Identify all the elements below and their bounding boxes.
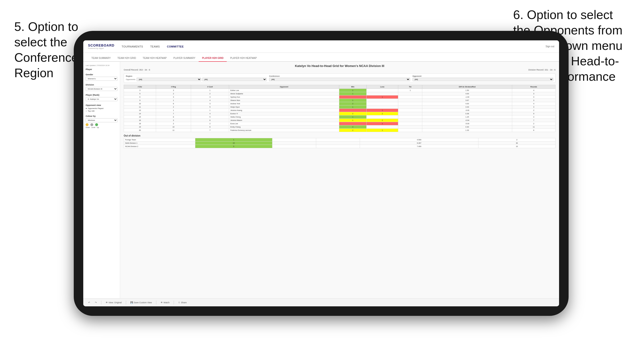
cell-win: 2 — [339, 102, 366, 105]
cell-conf: 1 — [191, 89, 229, 92]
filter-conference-label: Conference — [269, 75, 410, 77]
cell-loss — [366, 125, 398, 129]
sidebar-division-select[interactable]: NCAA Division III — [86, 87, 118, 91]
cell-opponent: Emily Chang — [229, 125, 339, 129]
cell-win: 4 — [339, 125, 366, 129]
redo-btn[interactable]: ↷ — [94, 301, 98, 304]
cell-rounds: 11 — [512, 125, 556, 129]
cell-loss: 1 — [366, 109, 398, 112]
cell-tie: 1 — [398, 89, 422, 92]
table-header-row: # Div # Reg # Conf Opponent Win Loss Tie… — [124, 85, 556, 89]
cell-tie — [398, 115, 422, 119]
cell-loss — [366, 89, 398, 92]
cell-win — [339, 95, 366, 99]
ood-cell-opponent: Foreign Team — [124, 138, 195, 142]
cell-reg: 3 — [156, 119, 191, 122]
cell-div: 15 — [124, 115, 156, 119]
sidebar-colour-select[interactable]: Win/loss — [86, 118, 118, 122]
undo-btn[interactable]: ↶ — [87, 301, 92, 304]
ood-table-row: NCAA Division 2 5 7.400 10 — [124, 145, 556, 148]
cell-opponent: Heejo Hyun — [229, 105, 339, 109]
share-btn[interactable]: ⇧ Share — [177, 301, 188, 304]
table-row: 9 1 4 Sharon Mun 1 3.67 3 — [124, 99, 556, 102]
watch-btn[interactable]: 👁 Watch — [159, 301, 171, 304]
th-diff: Diff Av Strokes/Rnd — [422, 85, 512, 89]
region-select[interactable]: (All) — [202, 78, 267, 81]
sidebar-player-rank-label: Player (Rank) — [86, 94, 118, 96]
save-custom-btn[interactable]: 💾 Save Custom View — [129, 301, 153, 304]
sidebar-player-rank-select[interactable]: 8. Katelyn Vo — [86, 97, 118, 101]
cell-diff: -0.94 — [422, 119, 512, 122]
sub-nav-team-h2h-heatmap[interactable]: TEAM H2H HEATMAP — [140, 55, 170, 62]
cell-rounds: 2 — [512, 122, 556, 125]
cell-rounds: 2 — [512, 109, 556, 112]
cell-tie — [398, 119, 422, 122]
cell-conf: 6 — [191, 119, 229, 122]
ood-cell-rounds: 30 — [478, 142, 556, 145]
cell-win: 1 — [339, 105, 366, 109]
cell-conf: 5 — [191, 105, 229, 109]
cell-tie — [398, 102, 422, 105]
sidebar-top100-radio[interactable]: ○ Top 100 — [86, 110, 118, 112]
app-container: SCOREBOARD Powered by clippd TOURNAMENTS… — [83, 40, 559, 306]
toolbar-sep-4 — [174, 301, 174, 305]
ood-cell-tie — [316, 138, 360, 142]
sub-nav-player-h2h-heatmap[interactable]: PLAYER H2H HEATMAP — [227, 55, 260, 62]
cell-div: 5 — [124, 92, 156, 95]
cell-reg: 11 — [156, 129, 191, 132]
dot-labels: Down Level Up — [86, 127, 118, 128]
ood-cell-loss — [272, 142, 316, 145]
cell-conf: 2 — [191, 122, 229, 125]
cell-opponent: Sydney Kuo — [229, 95, 339, 99]
cell-reg: 8 — [156, 115, 191, 119]
sign-out[interactable]: Sign out — [546, 45, 554, 48]
sidebar-gender-select[interactable]: Women's — [86, 77, 118, 81]
cell-conf: 4 — [191, 99, 229, 102]
overall-record: Overall Record: 353 - 34 - 6 — [124, 69, 150, 71]
sub-nav-team-summary[interactable]: TEAM SUMMARY — [88, 55, 114, 62]
table-row: 19 10 6 Emily Chang 4 0.30 11 — [124, 125, 556, 129]
cell-win: 1 — [339, 89, 366, 92]
cell-div: 13 — [124, 109, 156, 112]
opponent-select[interactable]: (All) — [412, 78, 553, 81]
sub-nav-player-h2h-grid[interactable]: PLAYER H2H GRID — [199, 55, 227, 62]
nav-tournaments[interactable]: TOURNAMENTS — [122, 44, 143, 49]
ood-cell-loss — [272, 138, 316, 142]
table-row: 10 6 3 Andrea York 2 4.00 4 — [124, 102, 556, 105]
view-original-btn[interactable]: 👁 View: Original — [104, 301, 123, 304]
toolbar-sep-2 — [126, 301, 126, 305]
sidebar-gender-section: Gender Women's — [86, 73, 118, 81]
th-div: # Div — [124, 85, 156, 89]
cell-win: 2 — [339, 129, 366, 132]
nav-teams[interactable]: TEAMS — [150, 44, 160, 49]
sidebar-colour-label: Colour by — [86, 115, 118, 117]
cell-rounds: 3 — [512, 105, 556, 109]
cell-reg: 1 — [156, 99, 191, 102]
opponents-select[interactable]: (All) — [136, 78, 201, 81]
sidebar-opponents-played-radio[interactable]: ● Opponents Played — [86, 107, 118, 110]
tablet-screen: SCOREBOARD Powered by clippd TOURNAMENTS… — [83, 40, 559, 306]
cell-win: 1 — [339, 99, 366, 102]
cell-win: 1 — [339, 115, 366, 119]
nav-committee[interactable]: COMMITTEE — [167, 44, 184, 49]
records-row: Overall Record: 353 - 34 - 6 Division Re… — [124, 69, 556, 71]
ood-table-row: NAIA Division 1 15 9.267 30 — [124, 142, 556, 145]
sidebar-colour-section: Colour by Win/loss Down Level Up — [86, 115, 118, 128]
filter-row: Region Opponents: (All) (All) — [124, 73, 556, 83]
cell-diff: 1.25 — [422, 115, 512, 119]
ood-cell-rounds: 10 — [478, 145, 556, 148]
cell-loss: 2 — [366, 122, 398, 125]
filter-region-label: Region — [126, 75, 267, 77]
cell-div: 10 — [124, 102, 156, 105]
conference-select[interactable]: (All) — [269, 78, 410, 81]
cell-tie — [398, 109, 422, 112]
sub-nav-player-summary[interactable]: PLAYER SUMMARY — [170, 55, 199, 62]
cell-diff: -3.00 — [422, 109, 512, 112]
table-row: 18 2 2 Euna Lee 2 -5.00 2 — [124, 122, 556, 125]
main-data-table: # Div # Reg # Conf Opponent Win Loss Tie… — [124, 85, 556, 132]
top-nav: SCOREBOARD Powered by clippd TOURNAMENTS… — [83, 40, 559, 53]
sidebar-player-label: Player — [86, 68, 118, 71]
sub-nav-team-h2h-grid[interactable]: TEAM H2H GRID — [114, 55, 140, 62]
cell-reg: 6 — [156, 102, 191, 105]
cell-div: 6 — [124, 95, 156, 99]
